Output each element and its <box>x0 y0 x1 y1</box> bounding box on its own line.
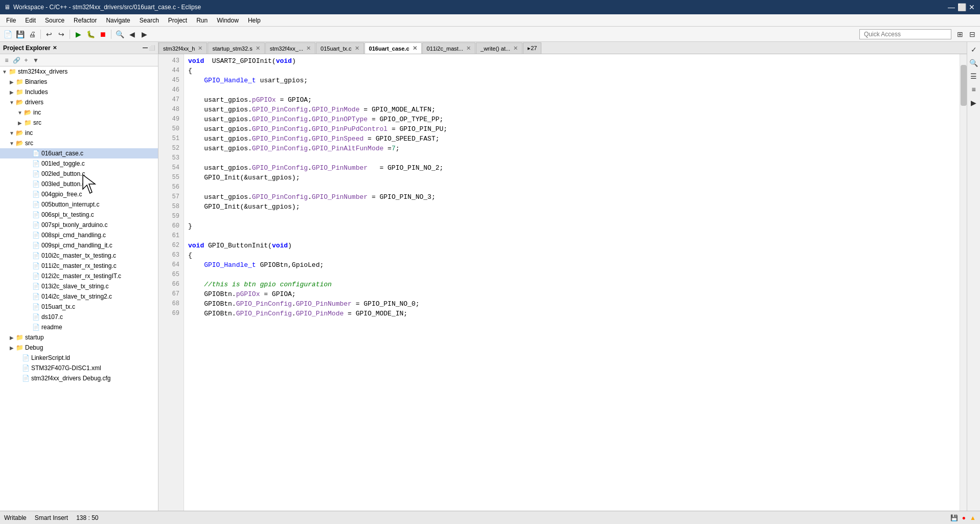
right-sb-vars[interactable]: ≡ <box>968 84 979 95</box>
tree-item-drivers[interactable]: ▼ 📂 drivers <box>0 97 158 107</box>
tree-item-004gpio[interactable]: 📄 004gpio_free.c <box>0 189 158 199</box>
right-sb-console[interactable]: ▶ <box>968 97 979 108</box>
tab-write[interactable]: _write() at... ✕ <box>476 42 522 54</box>
tab-startup-close[interactable]: ✕ <box>256 45 260 52</box>
file-readme-label: readme <box>41 324 62 331</box>
collapse-all-btn[interactable]: ≡ <box>2 56 11 65</box>
editor-scrollbar[interactable] <box>960 54 967 511</box>
scrollbar-thumb[interactable] <box>961 65 967 106</box>
tree-item-015uart[interactable]: 📄 015uart_tx.c <box>0 302 158 312</box>
tree-item-linkerscript[interactable]: 📄 LinkerScript.ld <box>0 353 158 363</box>
toolbar-save[interactable]: 💾 <box>14 29 26 40</box>
tree-item-009spi[interactable]: 📄 009spi_cmd_handling_it.c <box>0 240 158 250</box>
toolbar-forward[interactable]: ▶ <box>139 29 150 40</box>
menu-project[interactable]: Project <box>164 16 191 25</box>
tab-stm32h-close[interactable]: ✕ <box>198 45 202 52</box>
tree-item-013i2c[interactable]: 📄 013i2c_slave_tx_string.c <box>0 281 158 291</box>
toolbar-redo[interactable]: ↪ <box>56 29 67 40</box>
tree-item-003led[interactable]: 📄 003led_button.c <box>0 179 158 189</box>
tree-item-007spi[interactable]: 📄 007spi_txonly_arduino.c <box>0 220 158 230</box>
tree-item-drivers-inc[interactable]: ▼ 📂 inc <box>0 107 158 118</box>
tree-item-ds107[interactable]: 📄 ds107.c <box>0 312 158 322</box>
tab-stm32h[interactable]: stm32f4xx_h ✕ <box>158 42 207 54</box>
tree-item-src[interactable]: ▼ 📂 src <box>0 138 158 148</box>
arrow-drivers: ▼ <box>8 100 15 105</box>
sidebar-tree: ▼ 📁 stm32f4xx_drivers ▶ 📁 Binaries ▶ 📁 I… <box>0 66 158 511</box>
tree-item-014i2c[interactable]: 📄 014i2c_slave_tx_string2.c <box>0 291 158 302</box>
tab-016uart-close[interactable]: ✕ <box>413 45 417 52</box>
tab-016uart[interactable]: 016uart_case.c ✕ <box>364 42 422 54</box>
tree-item-debugcfg[interactable]: 📄 stm32f4xx_drivers Debug.cfg <box>0 373 158 383</box>
tab-startup[interactable]: startup_stm32.s ✕ <box>208 42 264 54</box>
filter-btn[interactable]: ▼ <box>31 56 40 65</box>
toolbar-undo[interactable]: ↩ <box>43 29 55 40</box>
right-sb-tasks[interactable]: ✓ <box>968 44 979 55</box>
tab-overflow[interactable]: ▸27 <box>523 42 541 54</box>
right-sb-outline[interactable]: ☰ <box>968 71 979 82</box>
tree-item-010i2c[interactable]: 📄 010i2c_master_tx_testing.c <box>0 250 158 261</box>
tree-item-005btn[interactable]: 📄 005button_interrupt.c <box>0 199 158 210</box>
toolbar-stop[interactable]: ⏹ <box>97 29 108 40</box>
file-linkerscript-label: LinkerScript.ld <box>31 354 70 361</box>
arrow-008spi <box>25 233 32 238</box>
menu-edit[interactable]: Edit <box>21 16 40 25</box>
tab-011i2c-close[interactable]: ✕ <box>466 45 471 52</box>
arrow-009spi <box>25 243 32 248</box>
tab-stm32f4xx-close[interactable]: ✕ <box>306 45 311 52</box>
menu-search[interactable]: Search <box>135 16 163 25</box>
tree-item-stm32xml[interactable]: 📄 STM32F407G-DISC1.xml <box>0 363 158 373</box>
minimize-button[interactable]: — <box>947 3 955 11</box>
menu-window[interactable]: Window <box>213 16 243 25</box>
tab-011i2c[interactable]: 011i2c_mast... ✕ <box>422 42 476 54</box>
title-controls[interactable]: — ⬜ ✕ <box>947 3 976 11</box>
tab-write-close[interactable]: ✕ <box>513 45 518 52</box>
tree-item-debug[interactable]: ▶ 📁 Debug <box>0 343 158 353</box>
tree-item-008spi[interactable]: 📄 008spi_cmd_handling.c <box>0 230 158 240</box>
menu-file[interactable]: File <box>2 16 20 25</box>
toolbar-run[interactable]: ▶ <box>73 29 84 40</box>
menu-help[interactable]: Help <box>244 16 265 25</box>
sidebar-close-icon[interactable]: ✕ <box>53 45 57 51</box>
tree-item-006spi[interactable]: 📄 006spi_tx_testing.c <box>0 210 158 220</box>
toolbar-search-ext[interactable]: 🔍 <box>114 29 125 40</box>
quick-access-input[interactable] <box>859 29 951 39</box>
file-014i2c-label: 014i2c_slave_tx_string2.c <box>41 293 112 300</box>
tree-item-016uart[interactable]: 📄 016uart_case.c <box>0 148 158 158</box>
link-editor-btn[interactable]: 🔗 <box>12 56 21 65</box>
status-writable: Writable <box>4 514 27 521</box>
menu-refactor[interactable]: Refactor <box>70 16 101 25</box>
toolbar-back[interactable]: ◀ <box>126 29 138 40</box>
toolbar-new[interactable]: 📄 <box>2 29 13 40</box>
toolbar-perspective[interactable]: ⊞ <box>954 29 966 40</box>
menu-source[interactable]: Source <box>41 16 69 25</box>
tab-015uart-close[interactable]: ✕ <box>355 45 359 52</box>
sidebar-maximize-icon[interactable]: ⬜ <box>149 45 155 51</box>
tree-item-011i2c[interactable]: 📄 011i2c_master_rx_testing.c <box>0 261 158 271</box>
right-sidebar: ✓ 🔍 ☰ ≡ ▶ <box>967 42 980 511</box>
toolbar-layout[interactable]: ⊟ <box>967 29 978 40</box>
toolbar-print[interactable]: 🖨 <box>27 29 38 40</box>
tree-item-001led[interactable]: 📄 001led_toggle.c <box>0 158 158 169</box>
tab-stm32f4xx[interactable]: stm32f4xx_... ✕ <box>265 42 315 54</box>
right-sb-search[interactable]: 🔍 <box>968 57 979 69</box>
maximize-button[interactable]: ⬜ <box>958 3 966 11</box>
sidebar-minimize-icon[interactable]: — <box>143 45 148 51</box>
tree-item-002led[interactable]: 📄 002led_button.c <box>0 169 158 179</box>
close-button[interactable]: ✕ <box>968 3 976 11</box>
tree-item-drivers-src[interactable]: ▶ 📁 src <box>0 118 158 128</box>
tree-item-binaries[interactable]: ▶ 📁 Binaries <box>0 77 158 87</box>
menu-navigate[interactable]: Navigate <box>102 16 134 25</box>
tree-item-readme[interactable]: 📄 readme <box>0 322 158 332</box>
toolbar-debug[interactable]: 🐛 <box>85 29 96 40</box>
tree-item-includes[interactable]: ▶ 📁 Includes <box>0 87 158 97</box>
tree-item-012i2c[interactable]: 📄 012i2c_master_rx_testingIT.c <box>0 271 158 281</box>
new-btn[interactable]: + <box>21 56 31 65</box>
startup-label: startup <box>25 334 44 341</box>
menu-run[interactable]: Run <box>192 16 212 25</box>
tab-015uart[interactable]: 015uart_tx.c ✕ <box>316 42 364 54</box>
tree-item-project[interactable]: ▼ 📁 stm32f4xx_drivers <box>0 66 158 77</box>
tree-item-inc[interactable]: ▼ 📂 inc <box>0 128 158 138</box>
tab-overflow-label: ▸27 <box>528 45 537 52</box>
code-content[interactable]: void USART2_GPIOInit(void) { GPIO_Handle… <box>184 54 960 511</box>
tree-item-startup[interactable]: ▶ 📁 startup <box>0 332 158 343</box>
